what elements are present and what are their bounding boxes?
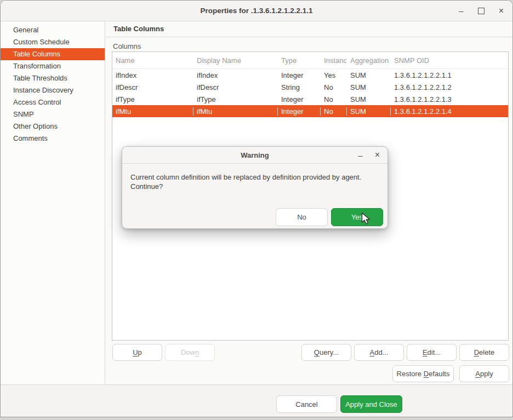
close-icon[interactable]: × [375, 151, 380, 159]
cell-snmp-oid: 1.3.6.1.2.1.2.2.1.2 [391, 83, 508, 91]
column-header-instance[interactable]: Instance [321, 56, 347, 65]
button-label: D [474, 348, 479, 356]
apply-and-close-button[interactable]: Apply and Close [340, 395, 402, 413]
cancel-button[interactable]: Cancel [276, 395, 337, 413]
cell-type: Integer [278, 95, 321, 103]
sidebar-item-instance-discovery[interactable]: Instance Discovery [1, 84, 105, 96]
cell-display-name: ifIndex [193, 71, 278, 79]
warning-message: Current column definition will be replac… [130, 172, 378, 191]
sidebar-item-access-control[interactable]: Access Control [1, 96, 105, 108]
button-label: A [475, 370, 480, 378]
cell-instance: Yes [321, 71, 347, 79]
properties-sidebar: General Custom Schedule Table Columns Tr… [1, 21, 105, 384]
cell-display-name: ifDescr [193, 83, 278, 91]
button-label: p [138, 348, 142, 356]
button-label: dd... [374, 348, 388, 356]
column-header-display-name[interactable]: Display Name [193, 56, 278, 65]
button-label: n [195, 348, 199, 356]
down-button[interactable]: Down [165, 344, 215, 361]
cell-snmp-oid: 1.3.6.1.2.1.2.2.1.4 [391, 107, 508, 116]
columns-group-label: Columns [113, 42, 141, 50]
edit-button[interactable]: Edit... [407, 344, 457, 361]
sidebar-item-other-options[interactable]: Other Options [1, 120, 105, 133]
button-label: D [424, 370, 429, 378]
table-row[interactable]: ifIndex ifIndex Integer Yes SUM 1.3.6.1.… [112, 69, 508, 81]
close-icon[interactable]: × [499, 7, 504, 15]
query-button[interactable]: Query... [301, 344, 351, 361]
cell-aggregation: SUM [347, 95, 391, 103]
cell-snmp-oid: 1.3.6.1.2.1.2.2.1.1 [391, 71, 508, 79]
window-controls: – × [459, 1, 504, 21]
button-label: Restore [397, 370, 424, 378]
window-titlebar[interactable]: Properties for .1.3.6.1.2.1.2.2.1.1 – × [1, 1, 512, 21]
cell-aggregation: SUM [347, 107, 391, 116]
cell-instance: No [321, 83, 347, 91]
cell-display-name: ifMtu [193, 107, 278, 116]
dialog-footer: Cancel Apply and Close [1, 384, 512, 417]
cell-name: ifDescr [112, 83, 193, 91]
cell-name: ifMtu [112, 107, 193, 116]
button-label: A [370, 348, 375, 356]
yes-button[interactable]: Yes [331, 208, 383, 226]
button-label: pply [480, 370, 493, 378]
button-label: Dow [181, 348, 195, 356]
sidebar-item-general[interactable]: General [1, 24, 105, 36]
button-label: U [133, 348, 138, 356]
cell-instance: No [321, 107, 347, 116]
maximize-icon[interactable] [478, 8, 485, 14]
sidebar-item-transformation[interactable]: Transformation [1, 60, 105, 72]
no-button[interactable]: No [276, 208, 328, 226]
cell-type: Integer [278, 71, 321, 79]
cell-display-name: ifType [193, 95, 278, 103]
add-button[interactable]: Add... [354, 344, 404, 361]
sidebar-item-table-columns[interactable]: Table Columns [1, 48, 105, 60]
cell-type: String [278, 83, 321, 91]
cell-type: Integer [278, 107, 321, 116]
button-label: Q [314, 348, 320, 356]
columns-table-header: Name Display Name Type Instance Aggregat… [112, 52, 508, 69]
desktop-stage: Properties for .1.3.6.1.2.1.2.2.1.1 – × … [0, 0, 513, 420]
table-row[interactable]: ifDescr ifDescr String No SUM 1.3.6.1.2.… [112, 81, 508, 93]
button-label: efaults [429, 370, 449, 378]
cell-instance: No [321, 95, 347, 103]
column-header-aggregation[interactable]: Aggregation [347, 56, 391, 65]
delete-button[interactable]: Delete [459, 344, 509, 361]
table-row-selected[interactable]: ifMtu ifMtu Integer No SUM 1.3.6.1.2.1.2… [112, 105, 508, 117]
apply-button[interactable]: Apply [459, 365, 509, 382]
button-label: uery... [320, 348, 339, 356]
button-label: E [423, 348, 428, 356]
page-title: Table Columns [106, 21, 512, 37]
cell-aggregation: SUM [347, 71, 391, 79]
button-label: dit... [428, 348, 441, 356]
sidebar-item-comments[interactable]: Comments [1, 133, 105, 145]
up-button[interactable]: Up [112, 344, 162, 361]
button-label: elete [479, 348, 494, 356]
column-header-name[interactable]: Name [112, 56, 193, 65]
warning-dialog: Warning – × Current column definition wi… [122, 146, 388, 229]
minimize-icon[interactable]: – [358, 151, 362, 159]
warning-dialog-controls: – × [358, 147, 380, 163]
cell-aggregation: SUM [347, 83, 391, 91]
warning-dialog-title: Warning [241, 151, 269, 159]
window-title: Properties for .1.3.6.1.2.1.2.2.1.1 [201, 7, 313, 15]
column-header-type[interactable]: Type [278, 56, 321, 65]
sidebar-item-custom-schedule[interactable]: Custom Schedule [1, 36, 105, 48]
cell-name: ifIndex [112, 71, 193, 79]
cell-snmp-oid: 1.3.6.1.2.1.2.2.1.3 [391, 95, 508, 103]
table-row[interactable]: ifType ifType Integer No SUM 1.3.6.1.2.1… [112, 93, 508, 105]
restore-defaults-button[interactable]: Restore Defaults [392, 365, 454, 382]
column-header-snmp-oid[interactable]: SNMP OID [391, 56, 508, 65]
warning-dialog-titlebar[interactable]: Warning – × [122, 147, 387, 164]
sidebar-item-table-thresholds[interactable]: Table Thresholds [1, 72, 105, 84]
cell-name: ifType [112, 95, 193, 103]
minimize-icon[interactable]: – [459, 7, 463, 15]
sidebar-item-snmp[interactable]: SNMP [1, 108, 105, 120]
